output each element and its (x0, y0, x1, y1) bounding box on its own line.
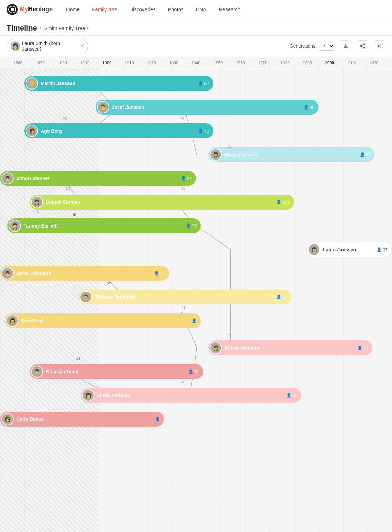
connection-label: 63 (181, 186, 185, 190)
person-avatar-thomas: 👨 (80, 291, 92, 303)
ruler-year-2010: 2010 (341, 61, 363, 65)
svg-point-4 (363, 47, 365, 48)
grid-line-2010 (368, 69, 368, 532)
connection-label: 18 (63, 117, 67, 121)
nav-discoveries[interactable]: Discoveries (129, 5, 156, 14)
person-name-carla: Carla Banks (16, 416, 155, 422)
nav-research[interactable]: Research (219, 5, 240, 14)
ruler-year-1880: 1880 (51, 61, 74, 65)
person-name-simon: Simon Stenner (16, 176, 181, 181)
person-avatar-age_berg: 👩 (26, 125, 38, 137)
svg-point-3 (360, 45, 362, 47)
ruler-year-1940: 1940 (185, 61, 207, 65)
person-bar-age_berg[interactable]: 👩Age Berg👤70 (24, 123, 213, 138)
logo-text: MyHeritage (20, 6, 53, 13)
person-bar-debra[interactable]: 👩Debra Johnston👤67 (208, 340, 372, 355)
ruler-year-1860: 1860 (7, 61, 29, 65)
person-age-jozef: 👤90 (303, 105, 314, 110)
connection-label: 30 (227, 144, 231, 149)
share-button[interactable] (357, 40, 368, 52)
generations-select[interactable]: 4 3 5 (319, 42, 334, 51)
person-name-beppie: Beppie Stenner (46, 199, 277, 205)
grid-line-1880 (49, 69, 50, 532)
person-avatar-brian_j: 🧔 (210, 149, 222, 161)
person-name-barry: Barry Johnston (16, 271, 154, 276)
svg-point-1 (11, 8, 14, 11)
grid-line-1980 (294, 69, 294, 532)
settings-button[interactable] (374, 40, 385, 52)
person-bar-martin[interactable]: 👴Martin Janssen👤67 (24, 76, 213, 91)
person-bar-carla[interactable]: 👩Carla Banks👤 (0, 412, 164, 427)
connection-label: 27 (107, 282, 111, 286)
search-person-text: Laura Smith (born Janssen) (22, 41, 78, 52)
chart-area: 👴Martin Janssen👤67👨Jozef Janssen👤90👩Age … (0, 69, 392, 532)
red-dot-indicator (73, 213, 76, 216)
nav-home[interactable]: Home (66, 5, 80, 14)
person-search-box[interactable]: 👩 Laura Smith (born Janssen) ✕ (7, 39, 88, 53)
nav-dna[interactable]: DNA (196, 5, 207, 14)
person-age-carla: 👤 (155, 417, 160, 421)
nav-family-tree[interactable]: Family tree (92, 5, 117, 14)
person-bar-laura[interactable]: 👩Laura Janssen👤37 (306, 242, 392, 257)
toolbar-right: Generations: 4 3 5 (290, 40, 385, 52)
person-age-debra: 👤67 (357, 346, 368, 351)
person-age-linda: 👤90 (286, 393, 297, 398)
download-button[interactable] (340, 40, 351, 52)
person-name-brian_j: Brian Janssen (224, 152, 360, 157)
timeline-container: 👴Martin Janssen👤67👨Jozef Janssen👤90👩Age … (0, 69, 392, 532)
person-age-martin: 👤67 (198, 81, 209, 86)
person-name-linda: Linda Anthony (97, 393, 286, 398)
person-name-martin: Martin Janssen (41, 81, 198, 86)
person-bar-brian_j[interactable]: 🧔Brian Janssen👤68 (208, 147, 375, 162)
connection-label: 14 (66, 186, 70, 190)
logo[interactable]: MyHeritage (7, 4, 53, 15)
ruler-year-1900: 1900 (96, 61, 118, 65)
person-age-simon: 👤82 (181, 176, 192, 181)
person-name-jozef: Jozef Janssen (112, 104, 303, 110)
timeline-ruler: 1860187018801890190019101920193019401950… (0, 57, 392, 69)
person-avatar-simon: 👨 (1, 172, 14, 184)
grid-line-1990 (318, 69, 319, 532)
nav-photos[interactable]: Photos (168, 5, 184, 14)
person-age-tammy: 👤79 (186, 223, 197, 229)
person-avatar-carla: 👩 (1, 413, 14, 425)
clear-search-button[interactable]: ✕ (80, 43, 84, 49)
person-bar-beppie[interactable]: 👩Beppie Stenner👤109 (30, 195, 294, 210)
breadcrumb-sep: • (40, 25, 42, 31)
family-tree-breadcrumb[interactable]: Smith Family Tree ▾ (44, 25, 89, 31)
ruler-year-1890: 1890 (74, 61, 96, 65)
person-bar-barry[interactable]: 👨Barry Johnston👤71 (0, 266, 169, 281)
ruler-year-2020: 2020 (363, 61, 385, 65)
ruler-year-1910: 1910 (118, 61, 140, 65)
person-bar-jozef[interactable]: 👨Jozef Janssen👤90 (96, 100, 318, 115)
person-bar-linda[interactable]: 👩Linda Anthony👤90 (81, 388, 301, 403)
navbar: MyHeritage Home Family tree Discoveries … (0, 0, 392, 19)
generations-label: Generations: (290, 43, 317, 49)
ruler-years: 1860187018801890190019101920193019401950… (7, 61, 385, 65)
svg-line-6 (362, 46, 363, 47)
ruler-year-1950: 1950 (207, 61, 230, 65)
ruler-year-1980: 1980 (274, 61, 296, 65)
person-avatar-laura: 👩 (308, 243, 320, 256)
person-name-laura: Laura Janssen (323, 247, 376, 252)
person-avatar-debra: 👩 (210, 342, 222, 354)
page-header: Timeline • Smith Family Tree ▾ (0, 19, 392, 36)
person-age-age_berg: 👤70 (198, 129, 209, 134)
person-bar-brian_a[interactable]: 👨Brian Anthony👤71 (30, 364, 203, 379)
person-bar-tara[interactable]: 👩Tara Steel👤 (5, 313, 201, 328)
ruler-year-1960: 1960 (229, 61, 252, 65)
person-bar-thomas[interactable]: 👨Thomas Johnston👤87 (78, 290, 292, 304)
person-name-thomas: Thomas Johnston (95, 294, 276, 300)
person-avatar-linda: 👩 (82, 389, 94, 401)
person-bar-simon[interactable]: 👨Simon Stenner👤82 (0, 171, 196, 186)
person-age-barry: 👤71 (154, 271, 165, 276)
connection-label: 40 (181, 380, 185, 384)
grid-line-1860 (0, 69, 0, 532)
connection-label: 29 (98, 93, 102, 97)
ruler-year-1930: 1930 (162, 61, 185, 65)
person-avatar-beppie: 👩 (31, 196, 43, 208)
connection-label: 46 (180, 117, 184, 121)
person-bar-tammy[interactable]: 👩Tammy Barnett👤79 (7, 218, 201, 233)
connection-label: 21 (76, 356, 80, 360)
person-age-brian_j: 👤68 (360, 152, 371, 157)
